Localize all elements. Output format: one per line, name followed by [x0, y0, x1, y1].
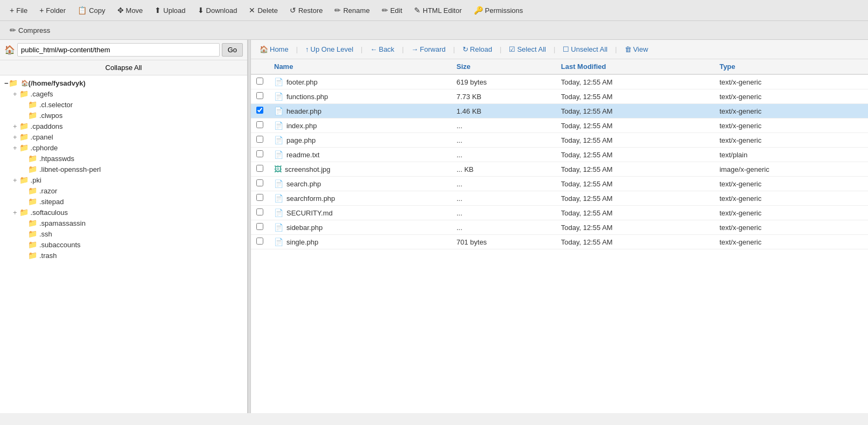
compress-icon: ✏ [10, 26, 16, 34]
tree-toggle-icon[interactable]: + [13, 122, 17, 130]
view-button[interactable]: 🗑 View [620, 43, 653, 55]
table-row[interactable]: 📄readme.txt...Today, 12:55 AMtext/plain [251, 148, 868, 162]
tree-item[interactable]: 📁.clwpos [0, 110, 247, 121]
table-row[interactable]: 📄search.php...Today, 12:55 AMtext/x-gene… [251, 177, 868, 191]
tree-item[interactable]: +📁.cphorde [0, 142, 247, 153]
copy-button[interactable]: 📋 Copy [72, 3, 110, 17]
row-checkbox-cell [251, 162, 269, 177]
unselect-all-icon: ☐ [563, 45, 569, 53]
table-row[interactable]: 📄searchform.php...Today, 12:55 AMtext/x-… [251, 191, 868, 206]
doc-file-icon: 📄 [274, 150, 283, 159]
tree-item-label: .cpaddons [31, 122, 63, 130]
tree-item[interactable]: 📁.cl.selector [0, 99, 247, 110]
row-modified-cell: Today, 12:55 AM [556, 220, 714, 235]
folder-icon: 📁 [28, 165, 37, 173]
tree-item-label: .cl.selector [39, 101, 73, 109]
tree-item[interactable]: 📁.subaccounts [0, 239, 247, 250]
select-all-button[interactable]: ☑ Select All [505, 43, 550, 55]
table-row[interactable]: 📄header.php1.46 KBToday, 12:55 AMtext/x-… [251, 104, 868, 119]
nav-divider-4: | [453, 45, 454, 53]
back-button[interactable]: ← Back [366, 43, 398, 55]
file-table-wrap: Name Size Last Modified Type 📄footer.php… [251, 59, 868, 413]
tree-item[interactable]: 📁.ssh [0, 228, 247, 239]
reload-button[interactable]: ↻ Reload [458, 43, 496, 55]
tree-item[interactable]: 📁.spamassassin [0, 218, 247, 228]
folder-icon: 📁 [28, 240, 37, 249]
delete-button[interactable]: ✕ Delete [243, 3, 283, 17]
file-button[interactable]: + File [4, 3, 33, 17]
tree-item[interactable]: 📁.trash [0, 250, 247, 261]
row-checkbox[interactable] [256, 136, 263, 143]
up-one-level-button[interactable]: ↑ Up One Level [301, 43, 358, 55]
tree-item[interactable]: +📁.cpaddons [0, 121, 247, 131]
table-row[interactable]: 📄footer.php619 bytesToday, 12:55 AMtext/… [251, 74, 868, 89]
row-checkbox[interactable] [256, 179, 263, 186]
table-row[interactable]: 📄SECURITY.md...Today, 12:55 AMtext/x-gen… [251, 206, 868, 220]
path-input[interactable] [17, 43, 220, 57]
row-filename: footer.php [286, 78, 318, 86]
row-name-cell: 📄index.php [269, 119, 451, 133]
row-filename: readme.txt [286, 151, 319, 159]
tree-item[interactable]: +📁.softaculous [0, 207, 247, 218]
back-icon: ← [370, 45, 377, 53]
html-editor-button[interactable]: ✎ HTML Editor [409, 3, 467, 17]
row-checkbox[interactable] [256, 194, 263, 201]
permissions-button[interactable]: 🔑 Permissions [468, 3, 529, 17]
go-button[interactable]: Go [222, 43, 243, 57]
move-button[interactable]: ✥ Move [112, 3, 149, 17]
table-row[interactable]: 🖼screenshot.jpg... KBToday, 12:55 AMimag… [251, 162, 868, 177]
tree-item[interactable]: 📁.sitepad [0, 196, 247, 207]
row-checkbox[interactable] [256, 150, 263, 157]
tree-item[interactable]: +📁.pki [0, 175, 247, 185]
permissions-icon: 🔑 [474, 6, 483, 15]
tree-toggle-icon[interactable]: + [13, 144, 17, 152]
tree-item[interactable]: 📁.razor [0, 185, 247, 196]
row-checkbox[interactable] [256, 107, 263, 114]
row-checkbox[interactable] [256, 78, 263, 85]
forward-button[interactable]: → Forward [407, 43, 450, 55]
unselect-all-button[interactable]: ☐ Unselect All [558, 43, 612, 55]
tree-toggle-icon[interactable]: + [13, 176, 17, 184]
tree-item[interactable]: +📁.cagefs [0, 88, 247, 99]
folder-icon: 📁 [19, 122, 29, 130]
rename-button[interactable]: ✏ Rename [329, 3, 375, 17]
edit-button[interactable]: ✏ Edit [376, 3, 408, 17]
table-row[interactable]: 📄index.php...Today, 12:55 AMtext/x-gener… [251, 119, 868, 133]
tree-toggle-icon[interactable]: + [13, 133, 17, 141]
tree-toggle-icon[interactable]: + [13, 208, 17, 217]
name-column-header[interactable]: Name [269, 59, 451, 74]
tree-item[interactable]: − 📁🏠(/home/fysadvyk) [0, 78, 247, 88]
tree-item[interactable]: 📁.htpasswds [0, 153, 247, 164]
row-type-cell: text/x-generic [714, 220, 868, 235]
row-checkbox[interactable] [256, 121, 263, 128]
table-row[interactable]: 📄page.php...Today, 12:55 AMtext/x-generi… [251, 133, 868, 148]
restore-button[interactable]: ↺ Restore [284, 3, 328, 17]
size-column-header[interactable]: Size [451, 59, 556, 74]
home-path-icon[interactable]: 🏠 [4, 45, 15, 55]
tree-item[interactable]: 📁.libnet-openssh-perl [0, 164, 247, 175]
upload-button[interactable]: ⬆ Upload [149, 3, 191, 17]
home-nav-button[interactable]: 🏠 Home [255, 43, 293, 55]
row-modified-cell: Today, 12:55 AM [556, 74, 714, 89]
table-row[interactable]: 📄single.php701 bytesToday, 12:55 AMtext/… [251, 235, 868, 249]
row-checkbox[interactable] [256, 208, 263, 215]
row-checkbox[interactable] [256, 223, 263, 230]
compress-button[interactable]: ✏ Compress [4, 23, 55, 37]
type-column-header[interactable]: Type [714, 59, 868, 74]
download-button[interactable]: ⬇ Download [192, 3, 243, 17]
row-checkbox-cell [251, 148, 269, 162]
table-row[interactable]: 📄sidebar.php...Today, 12:55 AMtext/x-gen… [251, 220, 868, 235]
row-modified-cell: Today, 12:55 AM [556, 148, 714, 162]
row-checkbox[interactable] [256, 165, 263, 172]
row-checkbox[interactable] [256, 238, 263, 245]
table-row[interactable]: 📄functions.php7.73 KBToday, 12:55 AMtext… [251, 89, 868, 104]
tree-item[interactable]: +📁.cpanel [0, 131, 247, 142]
modified-column-header[interactable]: Last Modified [556, 59, 714, 74]
home-nav-icon: 🏠 [260, 45, 268, 53]
row-checkbox[interactable] [256, 92, 263, 99]
doc-file-icon: 📄 [274, 136, 283, 144]
folder-button[interactable]: + Folder [34, 3, 71, 17]
tree-toggle-icon[interactable]: + [13, 90, 17, 98]
row-checkbox-cell [251, 74, 269, 89]
collapse-all-button[interactable]: Collapse All [0, 60, 247, 75]
